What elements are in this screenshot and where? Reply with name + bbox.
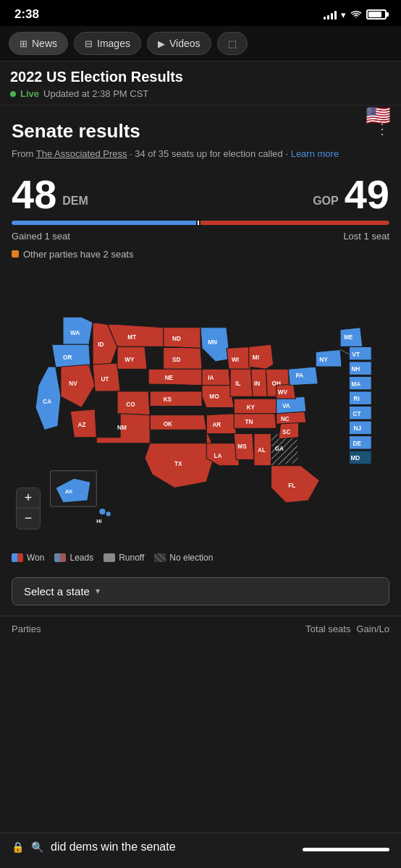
status-icons: ▾⁠︎ <box>324 9 387 20</box>
tab-images-label: Images <box>97 38 130 49</box>
news-tab-icon: ⊞ <box>20 38 28 49</box>
gop-number: 49 <box>345 174 389 215</box>
svg-text:LA: LA <box>214 453 221 459</box>
learn-more-link[interactable]: Learn more <box>291 148 339 159</box>
svg-marker-37 <box>202 369 230 386</box>
senate-section: Senate results ⋮ From The Associated Pre… <box>0 106 401 281</box>
zoom-out-button[interactable]: − <box>17 509 40 529</box>
svg-rect-86 <box>349 391 371 404</box>
state-select-row: Select a state ▾ <box>0 571 401 616</box>
svg-marker-23 <box>164 327 200 348</box>
videos-tab-icon: ▶ <box>158 38 165 49</box>
battery-icon <box>366 9 387 20</box>
legend-won: Won <box>12 553 44 563</box>
zoom-controls: + − <box>16 488 41 529</box>
svg-text:MA: MA <box>351 380 360 387</box>
svg-text:TN: TN <box>245 419 253 425</box>
table-header: Parties Total seats Gain/Lo <box>0 616 401 642</box>
legend-leads: Leads <box>54 553 93 563</box>
vote-counts: 48 DEM GOP 49 <box>12 174 389 215</box>
tab-videos[interactable]: ▶ Videos <box>147 32 211 55</box>
svg-text:UT: UT <box>101 375 109 382</box>
header-area: 2022 US Election Results Live Updated at… <box>0 61 401 106</box>
senate-source: From The Associated Press · 34 of 35 sea… <box>12 147 389 161</box>
svg-text:RI: RI <box>354 396 360 402</box>
live-badge: Live Updated at 2:38 PM CST <box>10 88 391 99</box>
svg-marker-55 <box>230 369 253 396</box>
tab-images[interactable]: ⊟ Images <box>74 32 141 55</box>
search-query-text[interactable]: did dems win the senate <box>51 841 295 854</box>
svg-text:ME: ME <box>344 334 353 341</box>
bottom-search-bar: 🔒 🔍 did dems win the senate <box>0 833 401 868</box>
state-select-button[interactable]: Select a state ▾ <box>12 577 389 605</box>
images-tab-icon: ⊟ <box>85 38 93 49</box>
update-text: Updated at 2:38 PM CST <box>43 88 148 99</box>
dem-gained: Gained 1 seat <box>12 231 70 242</box>
lock-icon: 🔒 <box>12 841 24 853</box>
legend-won-label: Won <box>27 553 44 563</box>
other-parties: Other parties have 2 seats <box>12 249 389 260</box>
us-map-svg: WA OR ID CA NV AZ UT <box>7 281 394 534</box>
svg-text:HI: HI <box>96 518 101 524</box>
svg-text:NC: NC <box>281 416 290 422</box>
svg-text:MI: MI <box>253 354 259 360</box>
won-swatch <box>12 553 23 562</box>
gop-bar <box>200 221 389 225</box>
dem-label: DEM <box>62 195 88 208</box>
svg-text:MN: MN <box>208 339 217 346</box>
wifi-icon: ▾⁠︎ <box>341 9 346 20</box>
tab-news-label: News <box>32 38 57 49</box>
svg-text:ID: ID <box>98 341 104 348</box>
svg-text:NJ: NJ <box>354 425 362 432</box>
svg-point-103 <box>106 511 111 516</box>
live-label: Live <box>20 88 39 99</box>
tab-bar: ⊞ News ⊟ Images ▶ Videos ⬚ <box>0 26 401 61</box>
seat-progress-bar <box>12 221 389 225</box>
svg-marker-27 <box>148 369 202 386</box>
election-title: 2022 US Election Results <box>10 69 391 85</box>
svg-text:NV: NV <box>69 380 77 386</box>
svg-text:KS: KS <box>164 396 172 403</box>
svg-text:MD: MD <box>350 455 360 461</box>
ap-link[interactable]: The Associated Press <box>36 148 127 159</box>
svg-text:AR: AR <box>212 422 221 428</box>
svg-text:PA: PA <box>295 373 303 379</box>
svg-text:NE: NE <box>165 374 174 380</box>
us-map[interactable]: WA OR ID CA NV AZ UT <box>7 281 394 537</box>
gop-lost: Lost 1 seat <box>343 231 389 242</box>
svg-text:CT: CT <box>353 410 361 417</box>
dem-bar <box>12 221 196 225</box>
tab-videos-label: Videos <box>169 38 200 49</box>
svg-text:WY: WY <box>124 356 135 362</box>
svg-marker-31 <box>150 414 206 430</box>
legend-no-election-label: No election <box>169 553 213 563</box>
svg-text:MS: MS <box>237 443 247 450</box>
svg-marker-49 <box>234 413 277 428</box>
svg-text:GA: GA <box>275 446 284 452</box>
tab-more[interactable]: ⬚ <box>217 32 248 55</box>
svg-text:MT: MT <box>127 334 136 341</box>
signal-icon <box>324 9 337 20</box>
svg-marker-41 <box>206 413 236 433</box>
tab-news[interactable]: ⊞ News <box>9 32 68 55</box>
svg-text:TX: TX <box>174 460 182 467</box>
chevron-down-icon: ▾ <box>96 586 100 596</box>
zoom-in-button[interactable]: + <box>17 488 40 509</box>
svg-text:IA: IA <box>208 374 214 380</box>
no-election-swatch <box>154 553 166 562</box>
col-parties-label: Parties <box>12 624 256 634</box>
svg-text:SC: SC <box>282 428 290 435</box>
map-container: WA OR ID CA NV AZ UT <box>0 281 401 544</box>
other-parties-text: Other parties have 2 seats <box>23 249 133 260</box>
svg-text:VT: VT <box>352 351 359 357</box>
state-select-label: Select a state <box>24 585 90 597</box>
svg-text:WA: WA <box>70 329 80 336</box>
dem-count: 48 DEM <box>12 174 88 215</box>
svg-text:MO: MO <box>209 393 219 400</box>
svg-text:CA: CA <box>43 399 51 405</box>
home-indicator <box>303 848 389 851</box>
svg-text:AL: AL <box>258 447 266 454</box>
svg-text:NH: NH <box>351 366 360 373</box>
svg-point-102 <box>99 509 105 514</box>
gain-loss-row: Gained 1 seat Lost 1 seat <box>12 231 389 242</box>
